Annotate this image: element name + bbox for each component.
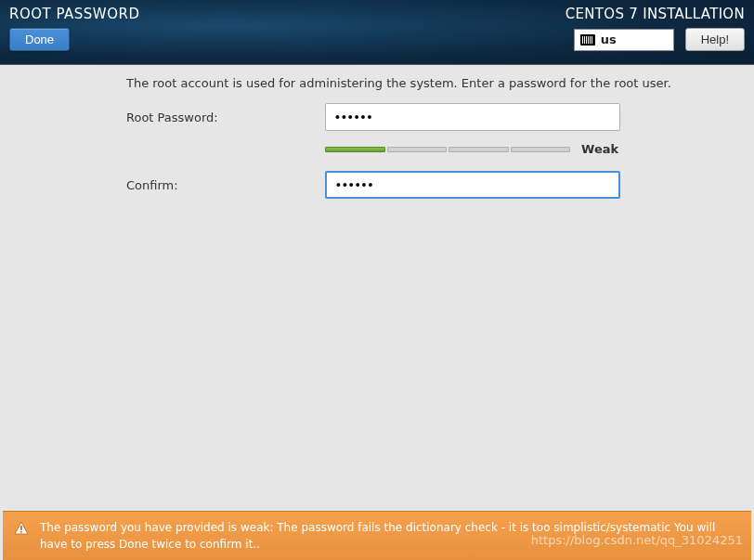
confirm-password-input[interactable] bbox=[325, 171, 620, 199]
svg-rect-0 bbox=[20, 526, 22, 530]
password-row: Root Password: bbox=[0, 103, 754, 131]
done-button[interactable]: Done bbox=[9, 28, 70, 51]
keyboard-layout-indicator[interactable]: us bbox=[574, 29, 674, 51]
warning-bar: The password you have provided is weak: … bbox=[3, 511, 751, 560]
strength-segment bbox=[325, 147, 385, 152]
installer-title: CENTOS 7 INSTALLATION bbox=[566, 6, 745, 22]
strength-segment bbox=[448, 147, 509, 152]
content-area: The root account is used for administeri… bbox=[0, 65, 754, 199]
strength-label: Weak bbox=[581, 142, 618, 156]
strength-row: Weak bbox=[325, 142, 754, 156]
warning-text: The password you have provided is weak: … bbox=[40, 519, 740, 553]
strength-segment bbox=[511, 147, 571, 152]
root-password-input[interactable] bbox=[325, 103, 620, 131]
keyboard-icon bbox=[580, 34, 595, 46]
help-button[interactable]: Help! bbox=[685, 28, 745, 51]
svg-rect-1 bbox=[20, 531, 22, 533]
button-row: Done us Help! bbox=[9, 28, 745, 51]
keyboard-layout-label: us bbox=[601, 33, 617, 46]
warning-icon bbox=[14, 521, 29, 536]
header-bar: ROOT PASSWORD CENTOS 7 INSTALLATION Done… bbox=[0, 0, 754, 65]
right-controls: us Help! bbox=[574, 28, 745, 51]
password-strength-bar bbox=[325, 147, 570, 152]
confirm-label: Confirm: bbox=[0, 178, 325, 192]
title-row: ROOT PASSWORD CENTOS 7 INSTALLATION bbox=[9, 6, 745, 22]
confirm-row: Confirm: bbox=[0, 171, 754, 199]
page-title: ROOT PASSWORD bbox=[9, 6, 139, 22]
strength-segment bbox=[387, 147, 448, 152]
password-label: Root Password: bbox=[0, 111, 325, 124]
instruction-text: The root account is used for administeri… bbox=[126, 76, 754, 90]
